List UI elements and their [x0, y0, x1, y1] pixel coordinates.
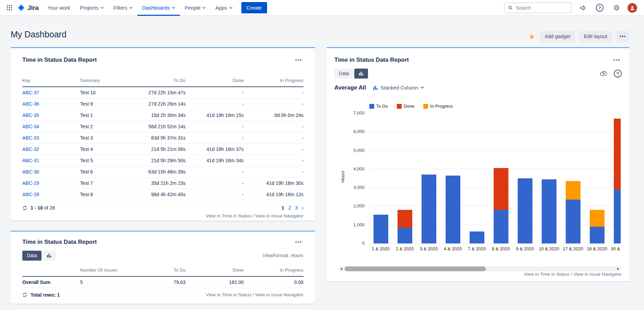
bar-segment-to-do[interactable]	[542, 179, 556, 243]
gadget-time-in-status-issues: Time in Status Data Report ••• Key Summa…	[11, 47, 315, 221]
page-2[interactable]: 2	[288, 205, 291, 211]
bar-segment-done[interactable]	[614, 119, 621, 189]
issue-inprogress-cell: -	[244, 87, 303, 98]
chart-help-button[interactable]: ?	[614, 70, 622, 78]
arrow-right-icon	[617, 267, 619, 270]
jira-logo-icon	[17, 4, 25, 12]
search-box[interactable]	[504, 2, 572, 13]
issue-key-link[interactable]: ABC-34	[22, 124, 39, 129]
view-in-time-in-status-link[interactable]: View in Time in Status	[524, 272, 570, 277]
bar-segment-to-do[interactable]	[446, 176, 460, 243]
bar-segment-to-do[interactable]	[470, 231, 484, 243]
chart-view-button[interactable]	[42, 251, 56, 261]
issue-key-link[interactable]: ABC-28	[22, 192, 39, 197]
issue-done-cell: -	[186, 87, 244, 98]
bar-segment-to-do[interactable]	[373, 215, 388, 243]
app-switcher-button[interactable]	[3, 2, 15, 14]
bar-segment-done[interactable]	[494, 168, 508, 210]
view-in-issue-navigator-link[interactable]: View in Issue Navigator	[255, 292, 303, 297]
scroll-right-button[interactable]	[615, 266, 621, 271]
issue-summary-cell: Test 9	[80, 98, 129, 110]
bar-segment-done[interactable]	[398, 210, 412, 228]
scroll-left-button[interactable]	[338, 266, 344, 271]
chart-plot-area	[369, 113, 621, 243]
issue-summary-cell: Test 2	[80, 121, 129, 132]
bar-segment-to-do[interactable]	[614, 190, 621, 243]
issue-key-link[interactable]: ABC-30	[22, 169, 39, 175]
bar-segment-to-do[interactable]	[494, 210, 508, 243]
help-icon: ?	[596, 4, 603, 12]
chevron-down-icon	[101, 7, 104, 9]
issue-key-link[interactable]: ABC-33	[22, 135, 39, 141]
issue-key-link[interactable]: ABC-29	[22, 180, 39, 186]
bar-segment-to-do[interactable]	[422, 175, 436, 243]
chart-view-button[interactable]	[354, 69, 368, 79]
help-button[interactable]: ?	[594, 2, 606, 14]
issue-done-cell: 41d 19h 18m 37s	[186, 144, 244, 155]
add-gadget-button[interactable]: Add gadget	[540, 31, 575, 42]
bar-segment-to-do[interactable]	[398, 228, 412, 243]
view-in-time-in-status-link[interactable]: View in Time in Status	[206, 292, 251, 297]
legend-item: To Do	[369, 104, 388, 109]
issue-todo-cell: 27d 22h 15m 47s	[129, 87, 185, 98]
favorite-star-button[interactable]: ★	[528, 33, 536, 40]
gadget-more-button[interactable]: •••	[294, 56, 303, 63]
nav-filters[interactable]: Filters	[108, 0, 137, 16]
create-button[interactable]: Create	[241, 2, 267, 13]
refresh-button[interactable]	[22, 205, 27, 211]
page-1[interactable]: 1	[281, 205, 284, 211]
announcements-button[interactable]	[577, 2, 589, 14]
export-download-button[interactable]	[600, 70, 608, 76]
view-in-time-in-status-link[interactable]: View in Time in Status	[206, 213, 251, 218]
view-in-issue-navigator-link[interactable]: View in Issue Navigator	[255, 213, 303, 218]
page-3[interactable]: 3	[295, 205, 298, 211]
gadget-more-button[interactable]: •••	[294, 238, 303, 246]
issue-inprogress-cell: 0d 0h 0m 24s	[244, 110, 303, 121]
next-page-button[interactable]: ›	[302, 205, 303, 211]
data-view-button[interactable]: Data	[334, 69, 354, 79]
nav-people[interactable]: People	[180, 0, 211, 16]
navbar-right: ? ⚙	[504, 2, 637, 14]
nav-dashboards[interactable]: Dashboards	[137, 0, 180, 16]
issue-key-link[interactable]: ABC-31	[22, 158, 39, 163]
chart-scrollbar[interactable]	[338, 266, 621, 271]
primary-nav: Your work Projects Filters Dashboards Pe…	[43, 0, 237, 16]
row-label: Overall Sum	[22, 276, 80, 288]
edit-layout-button[interactable]: Edit layout	[579, 31, 612, 42]
nav-your-work[interactable]: Your work	[43, 0, 75, 16]
issue-done-cell: -	[186, 132, 244, 144]
dashboard-more-button[interactable]: •••	[616, 31, 629, 42]
scrollbar-thumb[interactable]	[345, 266, 486, 271]
issue-inprogress-cell: -	[244, 155, 303, 166]
scrollbar-track[interactable]	[344, 266, 615, 271]
data-view-button[interactable]: Data	[22, 251, 42, 261]
view-in-issue-navigator-link[interactable]: View in Issue Navigator	[573, 272, 622, 277]
bar-segment-in-progress[interactable]	[590, 210, 605, 227]
table-row: ABC-35 Test 1 15d 2h 30m 34s 41d 19h 18m…	[22, 110, 303, 121]
avatar[interactable]	[628, 3, 637, 13]
chart-legend: To DoDoneIn Progress	[369, 104, 453, 109]
y-axis: 01,0002,0003,0004,0005,0006,0007,000	[327, 113, 367, 243]
bar-segment-to-do[interactable]	[566, 200, 580, 243]
search-input[interactable]	[515, 5, 568, 11]
issue-key-link[interactable]: ABC-37	[22, 90, 39, 95]
bar-segment-in-progress[interactable]	[566, 181, 580, 200]
nav-projects[interactable]: Projects	[75, 0, 108, 16]
gadget-footer-links: View in Time in Status / View in Issue N…	[524, 272, 622, 277]
settings-button[interactable]: ⚙	[611, 2, 622, 14]
chart-type-select[interactable]: Stacked Column	[371, 84, 426, 91]
bar-segment-to-do[interactable]	[590, 227, 605, 243]
issue-key-link[interactable]: ABC-32	[22, 146, 39, 152]
refresh-button[interactable]	[22, 292, 27, 297]
nav-apps[interactable]: Apps	[210, 0, 237, 16]
issue-done-cell: -	[186, 166, 244, 178]
bar-segment-to-do[interactable]	[518, 178, 532, 243]
issue-done-cell: 41d 19h 18m 15s	[186, 110, 244, 121]
overall-sum-row: Overall Sum 5 79.63 182.00 0.00	[22, 276, 303, 288]
gadget-more-button[interactable]: •••	[612, 56, 622, 63]
issue-key-link[interactable]: ABC-35	[22, 112, 39, 118]
legend-swatch	[423, 104, 428, 109]
jira-logo[interactable]: Jira	[15, 4, 43, 12]
issue-key-link[interactable]: ABC-36	[22, 101, 39, 107]
table-header-row: Number Of Issues To Do Done In Progress	[22, 265, 303, 276]
